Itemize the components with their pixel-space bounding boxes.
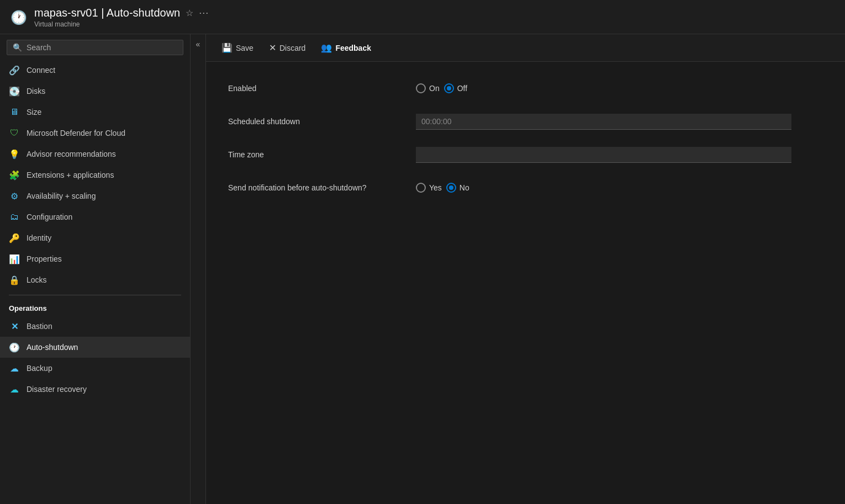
notification-no-radio[interactable] [446, 183, 456, 193]
properties-icon: 📊 [9, 253, 20, 264]
sidebar-item-label: Extensions + applications [27, 171, 114, 179]
operations-section-label: Operations [0, 302, 190, 316]
disaster-recovery-icon: ☁ [9, 384, 20, 395]
notification-row: Send notification before auto-shutdown? … [228, 178, 823, 198]
feedback-label: Feedback [335, 44, 371, 52]
enabled-on-radio[interactable] [416, 83, 426, 93]
search-icon: 🔍 [13, 43, 22, 52]
content-area: 💾 Save ✕ Discard 👥 Feedback Enabled [206, 34, 845, 504]
availability-icon: ⚙ [9, 190, 20, 201]
sidebar-item-label: Availability + scaling [27, 192, 96, 200]
configuration-icon: 🗂 [9, 211, 20, 222]
sidebar-item-connect[interactable]: 🔗 Connect [0, 60, 190, 81]
sidebar-item-extensions[interactable]: 🧩 Extensions + applications [0, 165, 190, 185]
sidebar-item-defender[interactable]: 🛡 Microsoft Defender for Cloud [0, 123, 190, 144]
backup-icon: ☁ [9, 363, 20, 374]
sidebar-nav: 🔗 Connect 💽 Disks 🖥 Size 🛡 Microsoft Def… [0, 60, 190, 504]
discard-button[interactable]: ✕ Discard [262, 39, 312, 56]
save-button[interactable]: 💾 Save [215, 39, 260, 56]
disks-icon: 💽 [9, 86, 20, 97]
notification-no-option[interactable]: No [446, 183, 469, 193]
identity-icon: 🔑 [9, 232, 20, 243]
collapse-icon: « [196, 40, 200, 49]
notification-yes-option[interactable]: Yes [416, 183, 442, 193]
sidebar-item-label: Properties [27, 254, 62, 263]
search-input[interactable] [27, 43, 177, 52]
enabled-control: On Off [416, 83, 823, 93]
sidebar-item-backup[interactable]: ☁ Backup [0, 358, 190, 379]
scheduled-shutdown-input-wrapper [416, 114, 791, 130]
sidebar-item-label: Disaster recovery [27, 385, 87, 394]
enabled-off-radio[interactable] [444, 83, 454, 93]
more-options-icon[interactable]: ··· [199, 7, 209, 19]
time-zone-row: Time zone [228, 145, 823, 165]
search-bar[interactable]: 🔍 [7, 40, 183, 55]
scheduled-shutdown-input[interactable] [416, 114, 791, 130]
feedback-icon: 👥 [321, 43, 332, 53]
sidebar-item-disks[interactable]: 💽 Disks [0, 81, 190, 102]
sidebar-item-size[interactable]: 🖥 Size [0, 102, 190, 123]
time-zone-input-wrapper [416, 147, 791, 163]
sidebar-item-auto-shutdown[interactable]: 🕐 Auto-shutdown [0, 337, 190, 358]
sidebar-item-label: Disks [27, 87, 45, 96]
app-header: 🕐 mapas-srv01 | Auto-shutdown ☆ ··· Virt… [0, 0, 845, 34]
sidebar-item-label: Auto-shutdown [27, 343, 78, 352]
sidebar-item-locks[interactable]: 🔒 Locks [0, 269, 190, 290]
scheduled-shutdown-control [416, 114, 823, 130]
notification-yes-radio[interactable] [416, 183, 426, 193]
connect-icon: 🔗 [9, 65, 20, 76]
extensions-icon: 🧩 [9, 169, 20, 181]
form-content: Enabled On Off Sched [206, 62, 845, 504]
size-icon: 🖥 [9, 107, 20, 118]
toolbar: 💾 Save ✕ Discard 👥 Feedback [206, 34, 845, 62]
advisor-icon: 💡 [9, 148, 20, 160]
time-zone-input[interactable] [416, 147, 791, 163]
title-text: mapas-srv01 | Auto-shutdown [34, 7, 180, 19]
notification-no-label: No [460, 183, 469, 192]
enabled-on-option[interactable]: On [416, 83, 440, 93]
scheduled-shutdown-row: Scheduled shutdown [228, 112, 823, 131]
sidebar-item-label: Connect [27, 66, 55, 75]
sidebar-item-identity[interactable]: 🔑 Identity [0, 227, 190, 248]
header-text-block: mapas-srv01 | Auto-shutdown ☆ ··· Virtua… [34, 7, 209, 28]
locks-icon: 🔒 [9, 274, 20, 285]
sidebar-item-label: Backup [27, 364, 52, 373]
discard-label: Discard [279, 44, 305, 52]
sidebar-item-label: Identity [27, 234, 51, 242]
enabled-off-label: Off [457, 84, 467, 93]
sidebar-item-bastion[interactable]: ✕ Bastion [0, 316, 190, 337]
sidebar-item-label: Configuration [27, 213, 72, 221]
discard-icon: ✕ [269, 43, 276, 53]
enabled-label: Enabled [228, 84, 416, 93]
time-zone-control [416, 147, 823, 163]
bastion-icon: ✕ [9, 321, 20, 332]
sidebar-item-disaster-recovery[interactable]: ☁ Disaster recovery [0, 379, 190, 400]
notification-yes-label: Yes [429, 183, 442, 192]
enabled-off-option[interactable]: Off [444, 83, 467, 93]
sidebar-item-label: Advisor recommendations [27, 150, 116, 158]
favorite-star-icon[interactable]: ☆ [186, 8, 193, 18]
defender-icon: 🛡 [9, 128, 20, 139]
sidebar-item-advisor[interactable]: 💡 Advisor recommendations [0, 144, 190, 165]
sidebar-item-label: Locks [27, 275, 47, 284]
feedback-button[interactable]: 👥 Feedback [314, 39, 378, 56]
sidebar-collapse-button[interactable]: « [191, 34, 206, 504]
sidebar-item-label: Size [27, 108, 41, 116]
sidebar-item-configuration[interactable]: 🗂 Configuration [0, 206, 190, 227]
notification-radio-group: Yes No [416, 183, 469, 193]
notification-control: Yes No [416, 183, 823, 193]
notification-label: Send notification before auto-shutdown? [228, 183, 416, 192]
page-title: mapas-srv01 | Auto-shutdown ☆ ··· [34, 7, 209, 19]
scheduled-shutdown-label: Scheduled shutdown [228, 117, 416, 126]
save-label: Save [236, 44, 254, 52]
sidebar-item-availability[interactable]: ⚙ Availability + scaling [0, 185, 190, 206]
operations-divider [9, 295, 181, 300]
enabled-row: Enabled On Off [228, 78, 823, 98]
sidebar-item-properties[interactable]: 📊 Properties [0, 248, 190, 269]
app-icon: 🕐 [9, 8, 29, 28]
resource-type-label: Virtual machine [34, 20, 209, 28]
sidebar-item-label: Microsoft Defender for Cloud [27, 129, 125, 137]
save-icon: 💾 [221, 43, 233, 53]
enabled-on-label: On [429, 84, 440, 93]
sidebar-item-label: Bastion [27, 322, 52, 331]
